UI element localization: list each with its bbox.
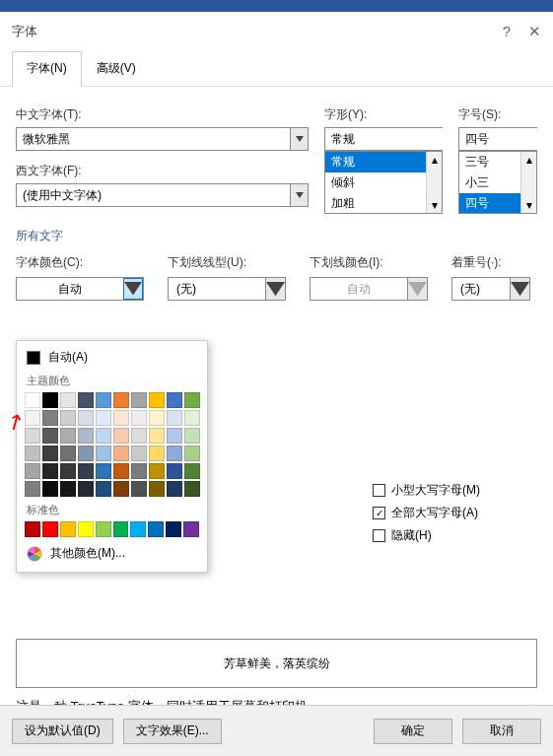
- scroll-down-icon[interactable]: ▾: [521, 197, 536, 213]
- text-effects-button[interactable]: 文字效果(E)...: [123, 719, 222, 744]
- size-input[interactable]: [459, 128, 553, 150]
- color-swatch[interactable]: [25, 410, 40, 426]
- color-swatch[interactable]: [149, 410, 165, 426]
- color-swatch[interactable]: [113, 521, 129, 537]
- color-swatch[interactable]: [148, 521, 164, 537]
- color-swatch[interactable]: [78, 428, 94, 444]
- color-swatch[interactable]: [60, 392, 76, 408]
- color-swatch[interactable]: [113, 463, 129, 479]
- color-swatch[interactable]: [131, 463, 147, 479]
- color-swatch[interactable]: [78, 521, 94, 537]
- underline-style-btn[interactable]: [265, 278, 285, 300]
- color-swatch[interactable]: [149, 428, 165, 444]
- color-swatch[interactable]: [78, 463, 94, 479]
- color-swatch[interactable]: [78, 446, 94, 461]
- ok-button[interactable]: 确定: [374, 719, 452, 744]
- font-color-dropdown[interactable]: 自动: [16, 277, 144, 301]
- emphasis-dropdown[interactable]: (无): [451, 277, 530, 301]
- color-swatch[interactable]: [131, 481, 147, 497]
- color-swatch[interactable]: [42, 446, 58, 461]
- cn-font-dropdown-btn[interactable]: [290, 128, 308, 150]
- font-color-btn[interactable]: [123, 278, 143, 300]
- color-swatch[interactable]: [184, 392, 200, 408]
- cancel-button[interactable]: 取消: [462, 719, 541, 744]
- cn-font-combo[interactable]: [16, 127, 309, 151]
- style-input-combo[interactable]: [324, 127, 443, 151]
- color-swatch[interactable]: [167, 410, 182, 426]
- more-colors-row[interactable]: 其他颜色(M)...: [21, 539, 203, 568]
- color-swatch[interactable]: [167, 392, 182, 408]
- color-swatch[interactable]: [113, 410, 129, 426]
- color-swatch[interactable]: [25, 463, 40, 479]
- color-swatch[interactable]: [96, 446, 111, 461]
- color-swatch[interactable]: [42, 428, 58, 444]
- color-swatch[interactable]: [96, 463, 111, 479]
- color-swatch[interactable]: [183, 521, 199, 537]
- color-swatch[interactable]: [25, 446, 40, 461]
- color-swatch[interactable]: [96, 428, 111, 444]
- color-swatch[interactable]: [60, 481, 76, 497]
- color-swatch[interactable]: [184, 428, 200, 444]
- color-swatch[interactable]: [96, 392, 111, 408]
- scroll-down-icon[interactable]: ▾: [427, 197, 442, 213]
- close-icon[interactable]: ✕: [528, 23, 541, 40]
- size-listbox[interactable]: 三号小三四号 ▴ ▾: [458, 151, 537, 214]
- color-swatch[interactable]: [131, 446, 147, 461]
- color-swatch[interactable]: [42, 463, 58, 479]
- color-swatch[interactable]: [42, 481, 58, 497]
- set-default-button[interactable]: 设为默认值(D): [12, 719, 113, 744]
- size-scrollbar[interactable]: ▴ ▾: [520, 152, 536, 213]
- scroll-up-icon[interactable]: ▴: [427, 152, 442, 168]
- color-swatch[interactable]: [131, 410, 147, 426]
- color-swatch[interactable]: [167, 463, 182, 479]
- style-option[interactable]: 常规: [325, 152, 442, 172]
- underline-style-dropdown[interactable]: (无): [168, 277, 286, 301]
- color-swatch[interactable]: [60, 428, 76, 444]
- color-swatch[interactable]: [149, 446, 165, 461]
- color-swatch[interactable]: [42, 521, 58, 537]
- checkbox-small-caps[interactable]: 小型大写字母(M): [373, 482, 480, 499]
- size-input-combo[interactable]: [458, 127, 537, 151]
- color-swatch[interactable]: [184, 446, 200, 461]
- color-auto-row[interactable]: 自动(A): [21, 345, 203, 370]
- color-swatch[interactable]: [60, 410, 76, 426]
- style-option[interactable]: 加粗: [325, 193, 442, 214]
- color-swatch[interactable]: [149, 463, 165, 479]
- color-swatch[interactable]: [25, 481, 40, 497]
- cn-font-input[interactable]: [17, 128, 290, 150]
- color-swatch[interactable]: [60, 521, 76, 537]
- style-listbox[interactable]: 常规倾斜加粗 ▴ ▾: [324, 151, 443, 214]
- color-swatch[interactable]: [184, 410, 200, 426]
- checkbox-hidden[interactable]: 隐藏(H): [373, 527, 480, 544]
- color-swatch[interactable]: [149, 392, 165, 408]
- color-swatch[interactable]: [42, 392, 58, 408]
- west-font-dropdown-btn[interactable]: [290, 184, 308, 206]
- style-scrollbar[interactable]: ▴ ▾: [426, 152, 442, 213]
- color-swatch[interactable]: [113, 392, 129, 408]
- color-swatch[interactable]: [184, 481, 200, 497]
- color-swatch[interactable]: [78, 481, 94, 497]
- color-swatch[interactable]: [113, 446, 129, 461]
- color-swatch[interactable]: [96, 410, 111, 426]
- color-swatch[interactable]: [184, 463, 200, 479]
- color-swatch[interactable]: [167, 446, 182, 461]
- color-swatch[interactable]: [130, 521, 146, 537]
- tab-font[interactable]: 字体(N): [12, 51, 82, 87]
- color-swatch[interactable]: [167, 481, 182, 497]
- color-swatch[interactable]: [25, 428, 40, 444]
- color-swatch[interactable]: [113, 481, 129, 497]
- help-icon[interactable]: ?: [503, 23, 511, 40]
- color-swatch[interactable]: [131, 428, 147, 444]
- color-swatch[interactable]: [96, 481, 111, 497]
- color-swatch[interactable]: [25, 521, 40, 537]
- color-swatch[interactable]: [78, 392, 94, 408]
- color-swatch[interactable]: [96, 521, 111, 537]
- tab-advanced[interactable]: 高级(V): [82, 51, 151, 86]
- emphasis-btn[interactable]: [510, 278, 529, 300]
- color-swatch[interactable]: [167, 428, 182, 444]
- color-swatch[interactable]: [149, 481, 165, 497]
- color-swatch[interactable]: [78, 410, 94, 426]
- west-font-input[interactable]: [17, 184, 290, 206]
- scroll-up-icon[interactable]: ▴: [521, 152, 536, 168]
- color-swatch[interactable]: [166, 521, 181, 537]
